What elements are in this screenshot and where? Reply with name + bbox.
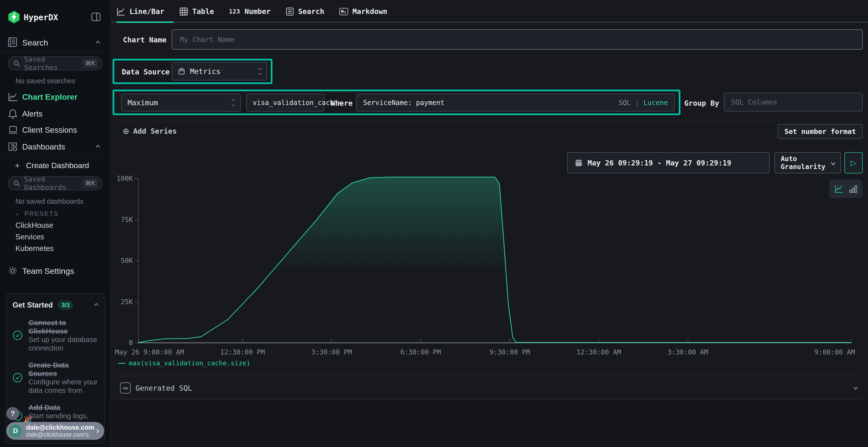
get-started-header[interactable]: Get Started 3/3 bbox=[12, 301, 98, 310]
get-started-item-title: Connect to ClickHouse bbox=[28, 318, 98, 335]
set-number-format-button[interactable]: Set number format bbox=[778, 124, 863, 139]
get-started-title: Get Started bbox=[12, 301, 53, 309]
x-tick bbox=[851, 339, 851, 342]
generated-sql-row[interactable]: <> Generated SQL bbox=[120, 382, 192, 393]
y-tick bbox=[135, 343, 138, 343]
select-updown-icon bbox=[232, 100, 235, 106]
preset-item-kubernetes[interactable]: Kubernetes bbox=[16, 244, 54, 253]
chevron-up-icon[interactable] bbox=[95, 145, 100, 149]
generated-sql-label: Generated SQL bbox=[135, 384, 192, 392]
saved-searches-placeholder: Saved Searches bbox=[24, 55, 83, 72]
sidebar-item-client-sessions-label[interactable]: Client Sessions bbox=[22, 126, 77, 135]
get-started-item-connect[interactable]: Connect to ClickHouse Set up your databa… bbox=[12, 318, 98, 352]
help-button[interactable]: ? bbox=[6, 407, 19, 420]
no-saved-searches-note: No saved searches bbox=[16, 77, 75, 85]
team-settings-item[interactable] bbox=[8, 266, 18, 276]
search-section-icon bbox=[8, 37, 17, 47]
data-source-icon bbox=[178, 67, 185, 75]
metric-tag[interactable]: visa_validation_cach × bbox=[246, 94, 324, 111]
sidebar-item-chart-explorer-label[interactable]: Chart Explorer bbox=[22, 93, 78, 102]
create-dashboard-button[interactable]: + Create Dashboard bbox=[15, 161, 89, 170]
team-settings-label[interactable]: Team Settings bbox=[22, 266, 74, 276]
date-range-value: May 26 09:29:19 - May 27 09:29:19 bbox=[588, 159, 731, 167]
sql-mode-toggle[interactable]: SQL bbox=[618, 99, 631, 107]
calendar-icon bbox=[575, 159, 582, 167]
y-axis-label: 0 bbox=[111, 339, 133, 347]
aggregation-select[interactable]: Maximum bbox=[121, 94, 241, 111]
x-tick bbox=[688, 339, 688, 342]
main-content: Line/Bar Table 123 Number Search M↓ Mark… bbox=[111, 0, 868, 447]
chevron-down-icon[interactable] bbox=[854, 385, 858, 389]
tab-label: Table bbox=[192, 7, 214, 16]
run-query-button[interactable]: ▷ bbox=[844, 152, 863, 173]
x-axis-label: 3:30:00 AM bbox=[668, 348, 708, 356]
data-source-select[interactable]: Metrics bbox=[172, 62, 267, 80]
where-inputbox[interactable]: SQL | Lucene bbox=[356, 94, 675, 111]
line-chart-toggle-icon[interactable] bbox=[834, 184, 843, 194]
y-axis-label: 25K bbox=[111, 298, 133, 306]
presets-header-label: PRESETS bbox=[24, 210, 59, 217]
chart-name-input[interactable] bbox=[180, 35, 855, 44]
x-tick bbox=[331, 339, 332, 342]
preset-item-clickhouse[interactable]: ClickHouse bbox=[16, 221, 53, 230]
divider bbox=[117, 376, 863, 376]
group-by-input[interactable] bbox=[731, 98, 856, 106]
get-started-item-title: Create Data Sources bbox=[28, 361, 98, 378]
sidebar-item-alerts-label[interactable]: Alerts bbox=[22, 109, 42, 118]
y-axis-label: 50K bbox=[111, 257, 133, 265]
sidebar-item-chart-explorer[interactable] bbox=[8, 92, 18, 102]
y-axis-label: 100K bbox=[111, 175, 133, 182]
tab-line-bar[interactable]: Line/Bar bbox=[117, 7, 164, 16]
gear-icon bbox=[8, 266, 18, 276]
sidebar-section-search[interactable]: Search bbox=[22, 38, 48, 47]
where-input[interactable] bbox=[363, 99, 614, 107]
check-circle-icon bbox=[12, 373, 23, 383]
no-saved-dashboards-note: No saved dashboards bbox=[16, 198, 84, 205]
tab-search[interactable]: Search bbox=[286, 7, 324, 16]
number-123-icon: 123 bbox=[229, 8, 240, 15]
chart-legend: — max(visa_validation_cache.size) bbox=[118, 359, 250, 367]
table-icon bbox=[179, 7, 188, 16]
chevron-up-icon[interactable] bbox=[94, 303, 98, 307]
chevron-up-icon[interactable] bbox=[95, 41, 100, 45]
tab-markdown[interactable]: M↓ Markdown bbox=[339, 7, 387, 16]
brand-title: HyperDX bbox=[24, 12, 58, 22]
tab-table[interactable]: Table bbox=[179, 7, 214, 16]
sidebar-item-dashboards-label[interactable]: Dashboards bbox=[22, 142, 65, 151]
x-tick bbox=[598, 339, 599, 342]
sidebar-item-client-sessions[interactable] bbox=[8, 126, 18, 135]
data-source-label: Data Source bbox=[122, 68, 170, 76]
granularity-value: Auto Granularity bbox=[781, 155, 827, 171]
code-icon: <> bbox=[120, 382, 131, 393]
date-range-picker[interactable]: May 26 09:29:19 - May 27 09:29:19 bbox=[567, 152, 770, 173]
collapse-sidebar-icon[interactable] bbox=[91, 12, 101, 22]
mode-divider: | bbox=[635, 99, 639, 107]
select-updown-icon bbox=[259, 68, 261, 74]
bar-chart-toggle-icon[interactable] bbox=[849, 184, 858, 194]
x-axis-label: 9:00:00 AM bbox=[814, 348, 855, 356]
saved-dashboards-input[interactable]: Saved Dashboards ⌘K bbox=[8, 176, 103, 190]
chevron-down-icon bbox=[831, 161, 835, 165]
shortcut-badge: ⌘K bbox=[83, 179, 98, 188]
divider bbox=[0, 157, 111, 157]
chart-name-inputbox[interactable] bbox=[172, 29, 863, 49]
granularity-select[interactable]: Auto Granularity bbox=[774, 152, 841, 173]
preset-item-services[interactable]: Services bbox=[16, 233, 44, 241]
divider bbox=[0, 51, 111, 52]
chart-line-icon bbox=[8, 92, 18, 102]
add-series-button[interactable]: ⊕ Add Series bbox=[123, 126, 177, 136]
legend-series-name: max(visa_validation_cache.size) bbox=[129, 359, 250, 367]
where-label: Where bbox=[331, 99, 352, 107]
lucene-mode-toggle[interactable]: Lucene bbox=[644, 99, 668, 107]
sidebar-item-dashboards[interactable] bbox=[8, 142, 18, 151]
tab-number[interactable]: 123 Number bbox=[229, 7, 271, 16]
plus-circle-icon: ⊕ bbox=[123, 126, 129, 136]
saved-searches-input[interactable]: Saved Searches ⌘K bbox=[8, 56, 103, 70]
get-started-item-sources[interactable]: Create Data Sources Configure where your… bbox=[12, 361, 98, 394]
user-menu[interactable]: D dale@clickhouse.com dale@clickhouse.co… bbox=[6, 422, 104, 440]
get-started-progress-badge: 3/3 bbox=[58, 301, 73, 310]
presets-header[interactable]: PRESETS bbox=[16, 210, 59, 217]
sidebar-item-alerts[interactable] bbox=[8, 109, 18, 119]
group-by-label: Group By bbox=[684, 99, 719, 107]
group-by-inputbox[interactable] bbox=[724, 93, 863, 111]
